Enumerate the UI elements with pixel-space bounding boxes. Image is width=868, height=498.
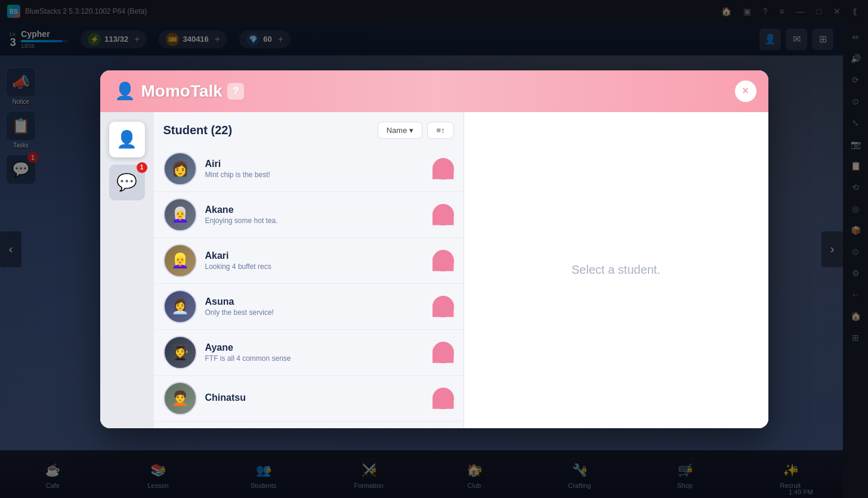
student-avatar-akari: 👱‍♀️ <box>163 244 197 277</box>
modal-title: MomoTalk <box>141 82 223 101</box>
momotalk-modal: 👤 MomoTalk ? × 👤 💬 1 Student (22) <box>100 70 768 428</box>
student-heart-asuna: 1 <box>433 296 454 317</box>
momotalk-header-icon: 👤 <box>115 81 135 101</box>
student-count: Student (22) <box>163 123 233 137</box>
modal-help-btn[interactable]: ? <box>227 83 244 100</box>
student-avatar-airi: 👩 <box>163 152 197 185</box>
sort-controls: Name ▾ ≡↑ <box>378 122 454 139</box>
tab-messages-badge: 1 <box>137 162 147 173</box>
student-avatar-chinatsu: 🧑‍🦱 <box>163 382 197 415</box>
student-item-asuna[interactable]: 👩‍💼 Asuna Only the best service! 1 <box>154 284 464 330</box>
student-status-airi: Mint chip is the best! <box>205 171 424 179</box>
student-status-akari: Looking 4 buffet recs <box>205 262 424 271</box>
student-info-airi: Airi Mint chip is the best! <box>205 159 424 179</box>
select-prompt: Select a student. <box>572 263 660 277</box>
student-name-asuna: Asuna <box>205 296 424 307</box>
tab-messages[interactable]: 💬 1 <box>109 165 145 200</box>
student-item-akane[interactable]: 👩‍🦳 Akane Enjoying some hot tea. 1 <box>154 192 464 238</box>
student-heart-airi: 1 <box>433 158 454 180</box>
tab-students[interactable]: 👤 <box>109 122 145 157</box>
student-info-asuna: Asuna Only the best service! <box>205 296 424 317</box>
student-heart-akari: 1 <box>433 250 454 271</box>
modal-header: 👤 MomoTalk ? × <box>100 70 768 112</box>
sort-name-label: Name <box>387 126 407 135</box>
student-status-akane: Enjoying some hot tea. <box>205 216 424 225</box>
modal-close-btn[interactable]: × <box>735 81 756 102</box>
student-info-chinatsu: Chinatsu <box>205 392 424 404</box>
student-name-akane: Akane <box>205 205 424 215</box>
sort-order-btn[interactable]: ≡↑ <box>427 122 453 139</box>
modal-body: 👤 💬 1 Student (22) Name ▾ <box>100 112 768 428</box>
student-info-akari: Akari Looking 4 buffet recs <box>205 250 424 271</box>
student-heart-akane: 1 <box>433 204 454 225</box>
student-avatar-asuna: 👩‍💼 <box>163 290 197 323</box>
student-item-airi[interactable]: 👩 Airi Mint chip is the best! 1 <box>154 146 464 192</box>
student-name-chinatsu: Chinatsu <box>205 392 424 403</box>
student-name-ayane: Ayane <box>205 342 424 353</box>
student-list-header: Student (22) Name ▾ ≡↑ <box>154 112 464 144</box>
sort-name-btn[interactable]: Name ▾ <box>378 122 423 139</box>
student-item-akari[interactable]: 👱‍♀️ Akari Looking 4 buffet recs 1 <box>154 238 464 284</box>
student-avatar-akane: 👩‍🦳 <box>163 198 197 231</box>
student-info-akane: Akane Enjoying some hot tea. <box>205 205 424 225</box>
student-name-airi: Airi <box>205 159 424 169</box>
student-info-ayane: Ayane FTF is all 4 common sense <box>205 342 424 363</box>
student-heart-ayane: 1 <box>433 342 454 363</box>
modal-tabs: 👤 💬 1 <box>100 112 154 428</box>
tab-students-icon: 👤 <box>116 129 137 149</box>
student-heart-chinatsu: 2 <box>433 388 454 409</box>
sort-order-label: ≡↑ <box>436 126 444 135</box>
student-list: 👩 Airi Mint chip is the best! 1 👩‍🦳 Akan… <box>154 144 464 428</box>
student-status-ayane: FTF is all 4 common sense <box>205 354 424 363</box>
student-avatar-ayane: 👩‍🎓 <box>163 336 197 369</box>
student-list-panel: Student (22) Name ▾ ≡↑ 👩 <box>154 112 464 428</box>
student-item-ayane[interactable]: 👩‍🎓 Ayane FTF is all 4 common sense 1 <box>154 330 464 376</box>
tab-messages-icon: 💬 <box>116 172 137 192</box>
student-item-chinatsu[interactable]: 🧑‍🦱 Chinatsu 2 <box>154 376 464 422</box>
student-name-akari: Akari <box>205 250 424 261</box>
sort-dropdown-icon: ▾ <box>409 126 413 135</box>
student-detail-panel: Select a student. <box>464 112 768 428</box>
modal-overlay: 👤 MomoTalk ? × 👤 💬 1 Student (22) <box>0 0 868 498</box>
student-status-asuna: Only the best service! <box>205 308 424 317</box>
